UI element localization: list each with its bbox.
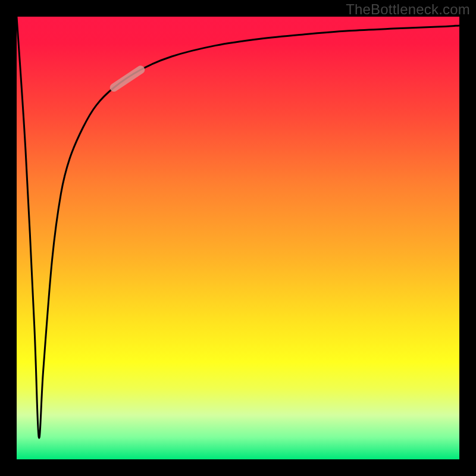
curve-highlight-segment	[114, 70, 141, 87]
chart-canvas	[17, 17, 459, 459]
watermark-text: TheBottleneck.com	[346, 1, 470, 18]
bottleneck-curve	[17, 17, 459, 438]
